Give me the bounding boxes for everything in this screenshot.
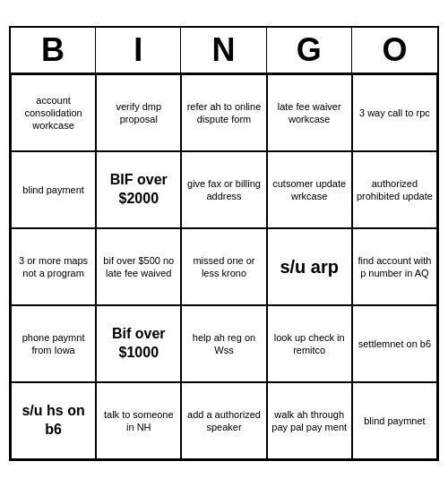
bingo-cell-12[interactable]: missed one or less krono (181, 228, 266, 305)
bingo-cell-2[interactable]: refer ah to online dispute form (181, 74, 266, 151)
bingo-cell-9[interactable]: authorized prohibited update (352, 151, 437, 228)
bingo-cell-14[interactable]: find account with p number in AQ (352, 228, 437, 305)
bingo-cell-24[interactable]: blind paymnet (352, 382, 437, 459)
bingo-cell-3[interactable]: late fee waiver workcase (267, 74, 352, 151)
bingo-cell-5[interactable]: blind payment (11, 151, 96, 228)
bingo-cell-21[interactable]: talk to someone in NH (96, 382, 181, 459)
bingo-cell-10[interactable]: 3 or more maps not a program (11, 228, 96, 305)
bingo-grid: account consolidation workcaseverify dmp… (11, 74, 437, 459)
bingo-cell-16[interactable]: Bif over $1000 (96, 305, 181, 382)
bingo-cell-8[interactable]: cutsomer update wrkcase (267, 151, 352, 228)
header-letter-i: I (96, 28, 181, 73)
bingo-cell-18[interactable]: look up check in remitco (267, 305, 352, 382)
header-letter-n: N (181, 28, 266, 73)
bingo-cell-23[interactable]: walk ah through pay pal pay ment (267, 382, 352, 459)
bingo-cell-15[interactable]: phone paymnt from Iowa (11, 305, 96, 382)
bingo-cell-19[interactable]: settlemnet on b6 (352, 305, 437, 382)
bingo-cell-20[interactable]: s/u hs on b6 (11, 382, 96, 459)
bingo-cell-1[interactable]: verify dmp proposal (96, 74, 181, 151)
header-letter-b: B (11, 28, 96, 73)
bingo-cell-22[interactable]: add a authorized speaker (181, 382, 266, 459)
bingo-cell-6[interactable]: BIF over $2000 (96, 151, 181, 228)
bingo-cell-13[interactable]: s/u arp (267, 228, 352, 305)
bingo-card: BINGO account consolidation workcaseveri… (9, 26, 439, 461)
bingo-cell-7[interactable]: give fax or billing address (181, 151, 266, 228)
bingo-cell-17[interactable]: help ah reg on Wss (181, 305, 266, 382)
bingo-cell-4[interactable]: 3 way call to rpc (352, 74, 437, 151)
header-letter-o: O (352, 28, 437, 73)
header-letter-g: G (267, 28, 352, 73)
bingo-cell-11[interactable]: bif over $500 no late fee waived (96, 228, 181, 305)
bingo-cell-0[interactable]: account consolidation workcase (11, 74, 96, 151)
bingo-header: BINGO (11, 28, 437, 74)
